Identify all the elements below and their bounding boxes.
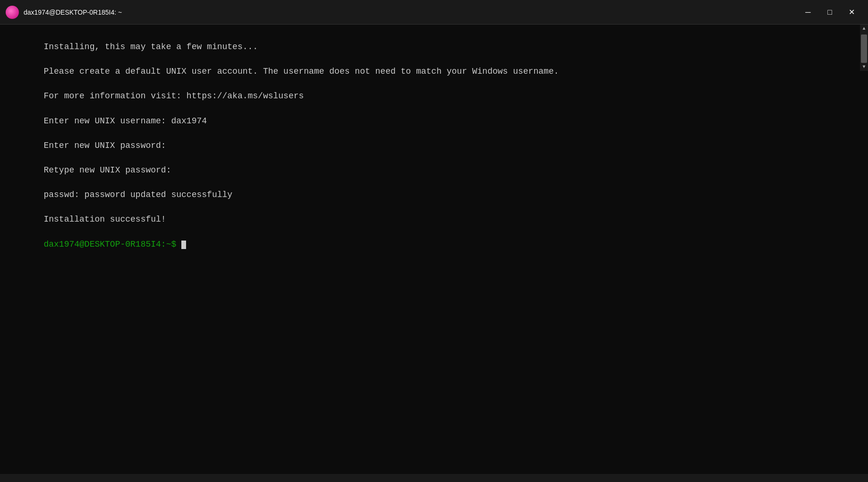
- close-button[interactable]: ✕: [841, 0, 862, 25]
- cursor: [181, 241, 186, 249]
- line-7: passwd: password updated successfully: [43, 190, 232, 199]
- terminal-content[interactable]: Installing, this may take a few minutes.…: [0, 25, 860, 474]
- line-6: Retype new UNIX password:: [43, 165, 171, 175]
- line-4: Enter new UNIX username: dax1974: [43, 116, 207, 126]
- terminal-area: Installing, this may take a few minutes.…: [0, 25, 868, 474]
- scrollbar-panel: ▲ ▼: [860, 25, 868, 474]
- line-3: For more information visit: https://aka.…: [43, 91, 304, 101]
- scroll-down-arrow[interactable]: ▼: [860, 63, 868, 71]
- line-8: Installation successful!: [43, 215, 166, 224]
- line-1: Installing, this may take a few minutes.…: [43, 42, 258, 52]
- scroll-up-arrow[interactable]: ▲: [860, 25, 868, 33]
- line-5: Enter new UNIX password:: [43, 141, 166, 150]
- titlebar: dax1974@DESKTOP-0R185I4: ~ ─ □ ✕: [0, 0, 868, 25]
- line-2: Please create a default UNIX user accoun…: [43, 67, 559, 76]
- maximize-button[interactable]: □: [819, 0, 841, 25]
- terminal-window: dax1974@DESKTOP-0R185I4: ~ ─ □ ✕ Install…: [0, 0, 868, 482]
- prompt-line: dax1974@DESKTOP-0R185I4:~$: [43, 240, 181, 249]
- app-icon: [6, 6, 19, 19]
- horizontal-scrollbar[interactable]: [0, 474, 868, 482]
- window-controls: ─ □ ✕: [797, 0, 862, 25]
- scrollbar-track: [860, 33, 868, 63]
- terminal-output: Installing, this may take a few minutes.…: [3, 28, 857, 263]
- vertical-scrollbar[interactable]: ▲ ▼: [860, 25, 868, 71]
- scrollbar-thumb[interactable]: [861, 34, 867, 63]
- minimize-button[interactable]: ─: [797, 0, 819, 25]
- window-title: dax1974@DESKTOP-0R185I4: ~: [24, 9, 797, 16]
